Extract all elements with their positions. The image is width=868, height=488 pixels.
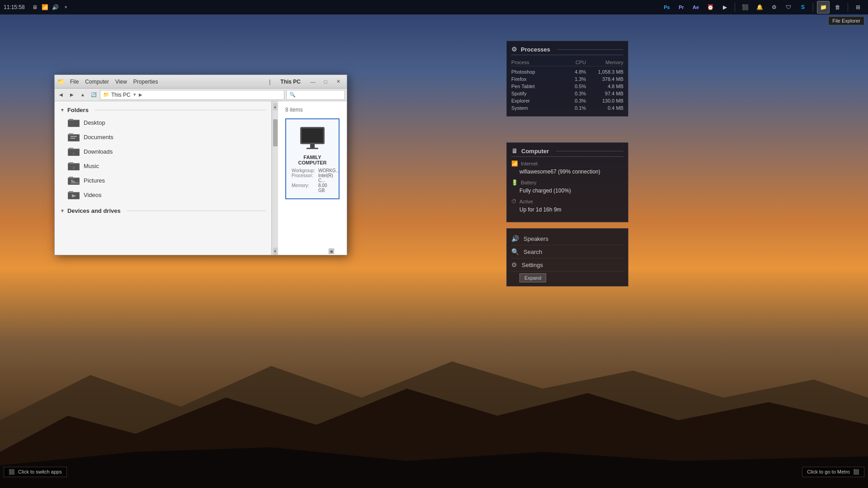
folders-section-header[interactable]: ▼ Folders bbox=[55, 105, 271, 115]
battery-title: 🔋 Battery bbox=[511, 179, 623, 186]
scroll-down[interactable]: ▼ bbox=[273, 248, 278, 255]
documents-folder-icon bbox=[67, 132, 80, 142]
expand-button[interactable]: Expand bbox=[519, 273, 546, 282]
devices-section-label: Devices and drives bbox=[67, 207, 121, 214]
address-input[interactable]: 📁 This PC ▼ ▶ bbox=[100, 90, 284, 100]
folders-section-label: Folders bbox=[67, 107, 89, 113]
memory-row: Memory: 8.00 GB bbox=[292, 183, 333, 193]
taskbar-app-clock[interactable]: ⏰ bbox=[704, 1, 717, 14]
tray-speakers[interactable]: 🔊 Speakers bbox=[511, 232, 623, 245]
folder-item-pictures[interactable]: Pictures bbox=[55, 173, 271, 188]
nav-back[interactable]: ◀ bbox=[57, 90, 66, 99]
scroll-thumb[interactable] bbox=[273, 119, 278, 146]
taskbar-app-skype[interactable]: S bbox=[797, 1, 809, 14]
process-row-explorer[interactable]: Explorer 0.3% 130.0 MB bbox=[511, 97, 623, 104]
process-row-system[interactable]: System 0.1% 0.4 MB bbox=[511, 104, 623, 112]
taskbar-app-w1[interactable]: ⬛ bbox=[739, 1, 751, 14]
window-titlebar: 📁 File Computer View Properties | This P… bbox=[55, 75, 347, 89]
proc-name-photoshop: Photoshop bbox=[511, 69, 561, 75]
computer-icon bbox=[297, 125, 328, 152]
active-title: ⏱ Active bbox=[511, 198, 623, 205]
tray-search-icon: 🔍 bbox=[511, 248, 519, 255]
process-row-photoshop[interactable]: Photoshop 4.8% 1,058.3 MB bbox=[511, 68, 623, 75]
address-go[interactable]: ▶ bbox=[139, 92, 142, 97]
videos-folder-icon bbox=[67, 190, 80, 200]
nav-up[interactable]: ▲ bbox=[78, 90, 87, 99]
computer-card[interactable]: FAMILY COMPUTER Workgroup: WORKG... Proc… bbox=[285, 118, 340, 199]
monitor-icon[interactable]: 🖥 bbox=[30, 3, 39, 12]
taskbar-app-trash[interactable]: 🗑 bbox=[831, 1, 844, 14]
taskbar-app-bell[interactable]: 🔔 bbox=[753, 1, 766, 14]
nav-recent[interactable]: 🔄 bbox=[89, 90, 98, 99]
taskbar-app-aftereffects[interactable]: Ae bbox=[689, 1, 702, 14]
folder-item-music[interactable]: ♪ Music bbox=[55, 159, 271, 173]
minimize-button[interactable]: — bbox=[307, 77, 319, 86]
switch-apps-button[interactable]: ⬛ Click to switch apps bbox=[4, 467, 67, 477]
computer-title-line bbox=[556, 151, 623, 151]
folder-item-documents[interactable]: Documents bbox=[55, 130, 271, 144]
processes-title-line bbox=[557, 49, 623, 50]
taskbar-separator-1 bbox=[735, 3, 735, 12]
tray-search[interactable]: 🔍 Search bbox=[511, 245, 623, 258]
process-row-firefox[interactable]: Firefox 1.3% 378.4 MB bbox=[511, 75, 623, 83]
processor-value: Intel(R) C... bbox=[318, 173, 333, 183]
active-section: ⏱ Active Up for 1d 16h 9m bbox=[511, 198, 623, 213]
taskbar-app-media[interactable]: ▶ bbox=[718, 1, 731, 14]
proc-cpu-explorer: 0.3% bbox=[561, 98, 586, 103]
battery-section: 🔋 Battery Fully charged (100%) bbox=[511, 179, 623, 194]
computer-panel-title-text: Computer bbox=[521, 148, 549, 155]
svg-rect-16 bbox=[69, 162, 73, 164]
internet-section: 📶 Internet wifiawesome67 (99% connection… bbox=[511, 160, 623, 175]
address-arrow: ▼ bbox=[132, 92, 137, 97]
search-input[interactable]: 🔍 bbox=[286, 90, 345, 100]
pictures-folder-icon bbox=[67, 175, 80, 185]
devices-section-header[interactable]: ▼ Devices and drives bbox=[55, 206, 271, 216]
workgroup-label: Workgroup: bbox=[292, 168, 316, 173]
arrow-icon[interactable]: ▼ bbox=[61, 3, 71, 12]
scroll-up[interactable]: ▲ bbox=[273, 103, 278, 110]
folder-name-pictures: Pictures bbox=[84, 177, 105, 184]
taskbar-app-shield[interactable]: 🛡 bbox=[782, 1, 795, 14]
folder-name-videos: Videos bbox=[84, 192, 102, 198]
proc-cpu-system: 0.1% bbox=[561, 105, 586, 111]
desktop-folder-icon bbox=[67, 117, 80, 127]
proc-cpu-firefox: 1.3% bbox=[561, 76, 586, 82]
internet-value: wifiawesome67 (99% connection) bbox=[511, 169, 623, 175]
tray-settings[interactable]: ⚙ Settings bbox=[511, 258, 623, 272]
internet-label: Internet bbox=[521, 161, 538, 166]
computer-panel-icon: 🖥 bbox=[511, 147, 518, 155]
metro-button[interactable]: Click to go to Metro ⬛ bbox=[802, 467, 864, 477]
nav-forward[interactable]: ▶ bbox=[67, 90, 76, 99]
maximize-button[interactable]: □ bbox=[320, 77, 331, 86]
process-row-spotify[interactable]: Spotify 0.3% 97.4 MB bbox=[511, 90, 623, 97]
volume-icon[interactable]: 🔊 bbox=[51, 3, 60, 12]
process-row-pentablet[interactable]: Pen Tablet 0.5% 4.8 MB bbox=[511, 83, 623, 90]
tray-settings-label: Settings bbox=[522, 262, 543, 268]
folder-item-desktop[interactable]: Desktop bbox=[55, 115, 271, 130]
internet-title: 📶 Internet bbox=[511, 160, 623, 167]
network-icon[interactable]: 📶 bbox=[41, 3, 50, 12]
proc-cpu-pentablet: 0.5% bbox=[561, 84, 586, 89]
menu-properties[interactable]: Properties bbox=[131, 78, 161, 86]
menu-computer[interactable]: Computer bbox=[82, 78, 112, 86]
folder-name-documents: Documents bbox=[84, 134, 113, 141]
close-button[interactable]: ✕ bbox=[332, 77, 344, 86]
file-explorer-window: 📁 File Computer View Properties | This P… bbox=[54, 75, 347, 255]
menu-file[interactable]: File bbox=[67, 78, 81, 86]
window-title: | bbox=[265, 79, 274, 85]
taskbar-app-premiere[interactable]: Pr bbox=[675, 1, 688, 14]
menu-view[interactable]: View bbox=[113, 78, 130, 86]
main-content-panel: 8 items FAMILY COMPUTER bbox=[278, 101, 347, 255]
taskbar-separator-2 bbox=[813, 3, 813, 12]
metro-label: Click to go to Metro bbox=[807, 469, 850, 474]
items-count: 8 items bbox=[282, 105, 343, 115]
folder-item-videos[interactable]: Videos bbox=[55, 188, 271, 202]
taskbar-app-gear[interactable]: ⚙ bbox=[768, 1, 780, 14]
taskbar-app-fileexplorer[interactable]: 📁 bbox=[817, 1, 830, 14]
scrollbar[interactable]: ▲ ▼ ◼ bbox=[272, 101, 278, 255]
address-bar: ◀ ▶ ▲ 🔄 📁 This PC ▼ ▶ 🔍 bbox=[55, 89, 347, 101]
taskbar-app-photoshop[interactable]: Ps bbox=[660, 1, 673, 14]
music-folder-icon: ♪ bbox=[67, 161, 80, 171]
taskbar-app-grid[interactable]: ⊞ bbox=[852, 1, 864, 14]
folder-item-downloads[interactable]: ↓ Downloads bbox=[55, 144, 271, 159]
